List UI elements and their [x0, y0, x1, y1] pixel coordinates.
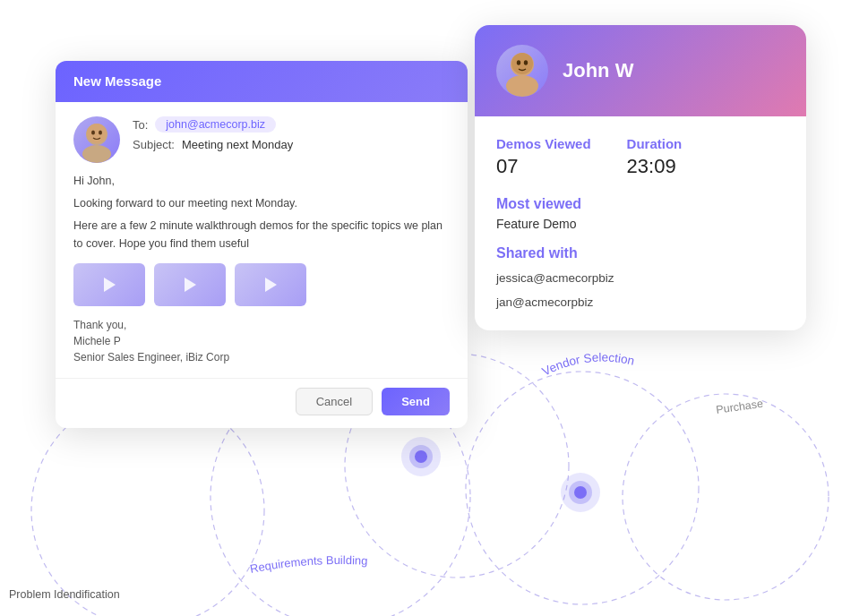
- demo-thumb-1: [73, 263, 145, 306]
- svg-point-7: [415, 450, 427, 463]
- to-field-row: To: john@acmecorp.biz: [133, 116, 450, 133]
- svg-point-10: [574, 486, 587, 499]
- shared-email-1: jessica@acmecorpbiz: [496, 266, 785, 290]
- duration-stat: Duration 23:09: [627, 136, 683, 178]
- profile-card-body: Demos Viewed 07 Duration 23:09 Most view…: [475, 116, 806, 330]
- shared-emails: jessica@acmecorpbiz jan@acmecorpbiz: [496, 266, 785, 314]
- subject-label: Subject:: [133, 138, 175, 151]
- email-fields: To: john@acmecorp.biz Subject: Meeting n…: [133, 116, 450, 157]
- demo-thumbs: [73, 263, 450, 306]
- svg-text:Purchase: Purchase: [715, 398, 763, 416]
- svg-text:Problem Idendification: Problem Idendification: [9, 588, 120, 601]
- cancel-button[interactable]: Cancel: [296, 388, 373, 415]
- email-actions: Cancel Send: [56, 378, 468, 428]
- shared-with-label: Shared with: [496, 245, 785, 261]
- svg-point-23: [511, 53, 533, 74]
- body-line1: Hi John,: [73, 172, 450, 190]
- subject-field-row: Subject: Meeting next Monday: [133, 138, 450, 151]
- email-signature: Thank you, Michele P Senior Sales Engine…: [73, 317, 450, 365]
- svg-point-17: [82, 145, 111, 163]
- email-card-header: New Message: [56, 61, 468, 102]
- body-line2: Looking forward to our meeting next Mond…: [73, 194, 450, 212]
- demo-thumb-2: [154, 263, 226, 306]
- email-card-body: To: john@acmecorp.biz Subject: Meeting n…: [56, 102, 468, 378]
- email-body-text: Hi John, Looking forward to our meeting …: [73, 172, 450, 252]
- demos-viewed-value: 07: [496, 155, 591, 178]
- body-line3: Here are a few 2 minute walkthrough demo…: [73, 217, 450, 252]
- to-value: john@acmecorp.biz: [155, 116, 276, 133]
- demo-thumb-3: [235, 263, 306, 306]
- subject-value: Meeting next Monday: [182, 138, 293, 151]
- email-card-title: New Message: [73, 73, 161, 89]
- svg-point-20: [99, 131, 102, 135]
- svg-point-22: [506, 75, 538, 97]
- svg-point-24: [517, 60, 520, 65]
- profile-card-header: John W: [475, 25, 806, 116]
- demos-viewed-label: Demos Viewed: [496, 136, 591, 151]
- signature-line1: Thank you,: [73, 317, 450, 333]
- demos-viewed-stat: Demos Viewed 07: [496, 136, 591, 178]
- email-card: New Message To: john@acmecorp.biz: [56, 61, 468, 428]
- to-label: To:: [133, 118, 148, 132]
- signature-line2: Michele P: [73, 333, 450, 349]
- avatar: [73, 116, 120, 163]
- play-icon-2: [185, 278, 196, 292]
- profile-name: John W: [563, 59, 633, 82]
- duration-value: 23:09: [627, 155, 683, 178]
- profile-avatar-image: [496, 45, 548, 97]
- signature-line3: Senior Sales Engineer, iBiz Corp: [73, 349, 450, 365]
- send-button[interactable]: Send: [382, 388, 450, 415]
- svg-text:Requirements Building: Requirements Building: [249, 553, 368, 576]
- shared-email-2: jan@acmecorpbiz: [496, 290, 785, 314]
- play-icon-1: [104, 278, 116, 292]
- most-viewed-value: Feature Demo: [496, 217, 785, 231]
- duration-label: Duration: [627, 136, 683, 151]
- svg-point-18: [87, 124, 107, 143]
- svg-point-4: [623, 394, 829, 600]
- svg-point-19: [91, 131, 95, 135]
- email-row: To: john@acmecorp.biz Subject: Meeting n…: [73, 116, 450, 163]
- avatar-image: [73, 116, 120, 163]
- stats-row: Demos Viewed 07 Duration 23:09: [496, 136, 785, 178]
- svg-text:Vendor Selection: Vendor Selection: [540, 351, 636, 379]
- profile-card: John W Demos Viewed 07 Duration 23:09 Mo…: [475, 25, 806, 330]
- profile-avatar: [496, 45, 548, 97]
- most-viewed-label: Most viewed: [496, 196, 785, 212]
- svg-point-25: [524, 60, 528, 65]
- play-icon-3: [265, 278, 277, 292]
